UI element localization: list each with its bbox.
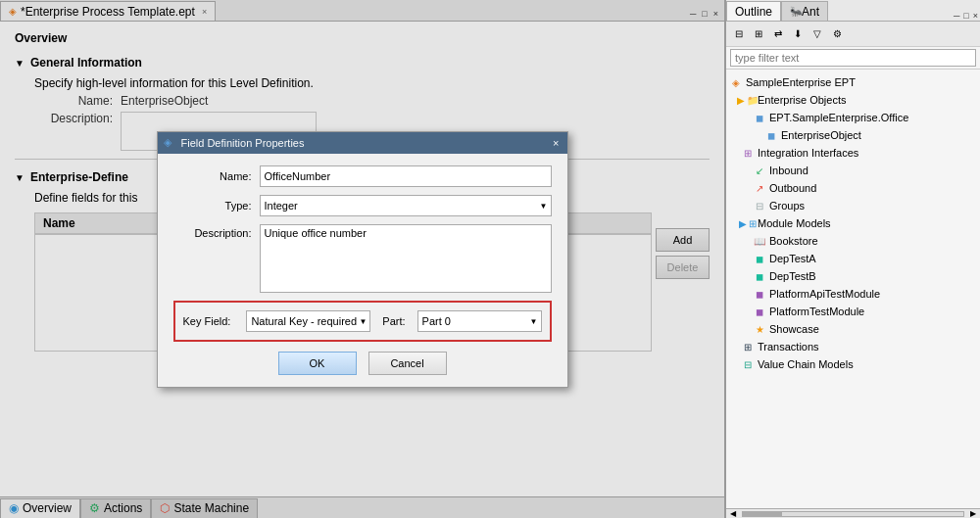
tree-item-integration-interfaces[interactable]: ⊞ Integration Interfaces bbox=[726, 144, 980, 162]
tree-label-outbound: Outbound bbox=[769, 182, 816, 194]
part-label: Part: bbox=[382, 315, 405, 327]
right-close-btn[interactable]: × bbox=[971, 11, 980, 21]
ok-button[interactable]: OK bbox=[278, 352, 357, 375]
filter-input[interactable] bbox=[730, 49, 976, 67]
collapse-all-btn[interactable]: ⊟ bbox=[730, 25, 748, 43]
tree-item-deptestb[interactable]: ◼ DepTestB bbox=[726, 267, 980, 285]
tree-item-enterprise-object[interactable]: ◼ EnterpriseObject bbox=[726, 126, 980, 144]
tree-label-platform-api: PlatformApiTestModule bbox=[769, 288, 880, 300]
right-minimize-btn[interactable]: ─ bbox=[952, 11, 961, 21]
tree-item-office[interactable]: ◼ EPT.SampleEnterprise.Office bbox=[726, 109, 980, 126]
dialog-overlay: ◈ Field Definition Properties × Name: Ty… bbox=[0, 0, 724, 518]
ant-icon: 🐜 bbox=[790, 6, 802, 17]
show-icon: ★ bbox=[752, 321, 767, 337]
dialog-desc-textarea[interactable]: Unique office number bbox=[260, 224, 552, 293]
obj-icon-office: ◼ bbox=[752, 110, 767, 125]
tree-item-module-models[interactable]: ▶ ⊞ Module Models bbox=[726, 214, 980, 232]
tree-item-showcase[interactable]: ★ Showcase bbox=[726, 320, 980, 338]
tree-label-deptestb: DepTestB bbox=[769, 270, 816, 282]
outline-tab-label: Outline bbox=[735, 5, 772, 19]
ept-icon: ◈ bbox=[728, 74, 744, 90]
trans-icon: ⊞ bbox=[740, 339, 756, 354]
sync-btn[interactable]: ⇄ bbox=[769, 25, 787, 43]
tree-item-platform-api[interactable]: ◼ PlatformApiTestModule bbox=[726, 285, 980, 303]
dialog-desc-row: Description: Unique office number bbox=[173, 224, 552, 293]
filter-btn[interactable]: ▽ bbox=[808, 25, 826, 43]
tree-item-value-chain[interactable]: ⊟ Value Chain Models bbox=[726, 355, 980, 373]
chain-icon: ⊟ bbox=[740, 356, 756, 372]
dialog-body: Name: Type: Integer String Boolean Float bbox=[158, 154, 567, 387]
dialog-title-icon: ◈ bbox=[164, 136, 177, 150]
obj-icon-eo: ◼ bbox=[763, 127, 779, 143]
type-select-wrapper: Integer String Boolean Float Date ▼ bbox=[260, 195, 552, 216]
expand-all-btn[interactable]: ⊞ bbox=[750, 25, 767, 43]
tree-label-showcase: Showcase bbox=[769, 323, 819, 335]
tree-item-bookstore[interactable]: 📖 Bookstore bbox=[726, 232, 980, 250]
book-icon: 📖 bbox=[752, 233, 767, 249]
dialog-titlebar: ◈ Field Definition Properties × bbox=[158, 132, 567, 154]
tree-item-groups[interactable]: ⊟ Groups bbox=[726, 197, 980, 214]
key-field-label: Key Field: bbox=[183, 315, 231, 327]
dialog-desc-label: Description: bbox=[173, 227, 252, 239]
module-icon: ▶ ⊞ bbox=[740, 215, 756, 231]
dialog-name-input[interactable] bbox=[260, 165, 552, 187]
key-field-select[interactable]: Natural Key - required Natural Key - opt… bbox=[246, 310, 370, 332]
out-icon: ↗ bbox=[752, 180, 767, 196]
plat-icon-test: ◼ bbox=[752, 304, 767, 319]
dialog-name-label: Name: bbox=[173, 170, 252, 182]
plat-icon-api: ◼ bbox=[752, 286, 767, 302]
tree-item-sample-ept[interactable]: ◈ SampleEnterprise EPT bbox=[726, 73, 980, 91]
tree-label-groups: Groups bbox=[769, 200, 805, 212]
tree-label-bookstore: Bookstore bbox=[769, 235, 818, 247]
dialog-type-row: Type: Integer String Boolean Float Date … bbox=[173, 195, 552, 216]
dep-icon-a: ◼ bbox=[752, 251, 767, 266]
tree-label-enterprise-object: EnterpriseObject bbox=[781, 129, 861, 141]
h-scrollbar[interactable] bbox=[742, 511, 964, 517]
tree-label-value-chain: Value Chain Models bbox=[758, 358, 854, 370]
tree-item-transactions[interactable]: ⊞ Transactions bbox=[726, 338, 980, 355]
folder-icon-eo: ▶ 📁 bbox=[740, 92, 756, 108]
tree-label-office: EPT.SampleEnterprise.Office bbox=[769, 112, 908, 123]
tree-label-inbound: Inbound bbox=[769, 165, 808, 176]
tree-item-platform-test[interactable]: ◼ PlatformTestModule bbox=[726, 303, 980, 320]
dialog-title-text: Field Definition Properties bbox=[181, 137, 552, 149]
tree-area: ◈ SampleEnterprise EPT ▶ 📁 Enterprise Ob… bbox=[726, 70, 980, 508]
field-definition-dialog: ◈ Field Definition Properties × Name: Ty… bbox=[157, 131, 568, 388]
scroll-right-btn[interactable]: ▶ bbox=[966, 509, 980, 518]
sort-btn[interactable]: ⬇ bbox=[789, 25, 807, 43]
tree-label-eo: Enterprise Objects bbox=[758, 94, 846, 106]
filter-container bbox=[726, 47, 980, 70]
right-maximize-btn[interactable]: □ bbox=[961, 11, 970, 21]
tree-label-iface: Integration Interfaces bbox=[758, 147, 858, 159]
part-select-wrapper: Part 0 Part 1 Part 2 ▼ bbox=[417, 310, 542, 332]
right-panel: Outline 🐜 Ant ─ □ × ⊟ ⊞ ⇄ ⬇ ▽ ⚙ bbox=[725, 0, 980, 518]
tab-ant[interactable]: 🐜 Ant bbox=[781, 1, 828, 21]
dialog-close-btn[interactable]: × bbox=[551, 137, 561, 149]
dialog-type-select[interactable]: Integer String Boolean Float Date bbox=[260, 195, 552, 216]
group-icon: ⊟ bbox=[752, 198, 767, 213]
right-win-controls: ─ □ × bbox=[952, 11, 980, 21]
dialog-buttons: OK Cancel bbox=[173, 352, 552, 375]
tree-label-module: Module Models bbox=[758, 217, 831, 229]
tree-label-platform-test: PlatformTestModule bbox=[769, 306, 864, 317]
key-field-section: Key Field: Natural Key - required Natura… bbox=[173, 301, 552, 342]
tree-label-deptesta: DepTestA bbox=[769, 253, 816, 264]
iface-icon: ⊞ bbox=[740, 145, 756, 161]
part-select[interactable]: Part 0 Part 1 Part 2 bbox=[417, 310, 542, 332]
key-field-select-wrapper: Natural Key - required Natural Key - opt… bbox=[246, 310, 370, 332]
scroll-left-btn[interactable]: ◀ bbox=[726, 509, 740, 518]
dialog-type-label: Type: bbox=[173, 200, 252, 212]
tree-item-inbound[interactable]: ↙ Inbound bbox=[726, 162, 980, 179]
tree-item-deptesta[interactable]: ◼ DepTestA bbox=[726, 250, 980, 267]
right-panel-bottom: ◀ ▶ bbox=[726, 508, 980, 518]
right-tab-bar: Outline 🐜 Ant ─ □ × bbox=[726, 0, 980, 22]
outline-toolbar: ⊟ ⊞ ⇄ ⬇ ▽ ⚙ bbox=[726, 22, 980, 47]
settings-btn[interactable]: ⚙ bbox=[828, 25, 846, 43]
tab-outline[interactable]: Outline bbox=[726, 1, 781, 21]
tree-item-enterprise-objects[interactable]: ▶ 📁 Enterprise Objects bbox=[726, 91, 980, 109]
h-scrollbar-thumb bbox=[743, 512, 782, 516]
dialog-name-row: Name: bbox=[173, 165, 552, 187]
cancel-button[interactable]: Cancel bbox=[368, 352, 447, 375]
ant-tab-label: Ant bbox=[802, 5, 819, 19]
tree-item-outbound[interactable]: ↗ Outbound bbox=[726, 179, 980, 197]
